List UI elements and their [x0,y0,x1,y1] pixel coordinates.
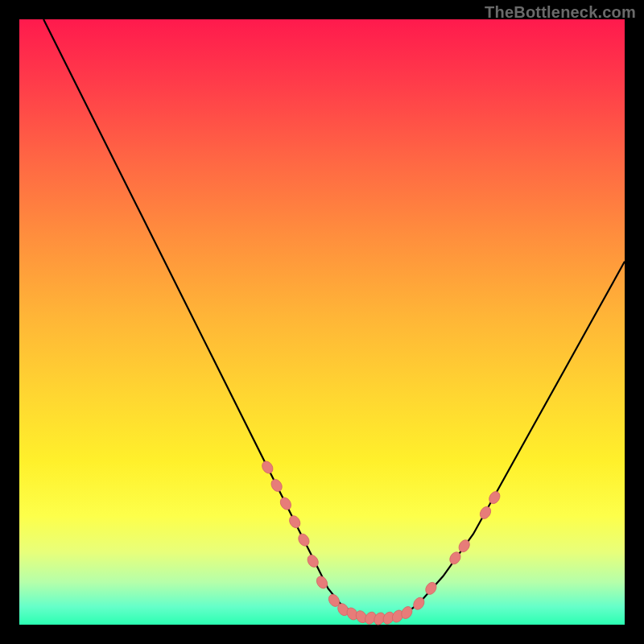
plot-area [19,19,625,625]
chart-svg [19,19,625,625]
watermark-text: TheBottleneck.com [485,3,636,22]
curve-marker [296,532,312,548]
chart-frame: TheBottleneck.com [0,0,644,644]
curve-marker [487,489,502,506]
curve-marker [279,496,294,512]
bottleneck-curve [43,19,625,619]
curve-marker [269,477,284,493]
curve-marker [478,505,493,521]
curve-marker [287,514,303,530]
curve-marker [260,460,275,476]
curve-markers [260,460,502,627]
